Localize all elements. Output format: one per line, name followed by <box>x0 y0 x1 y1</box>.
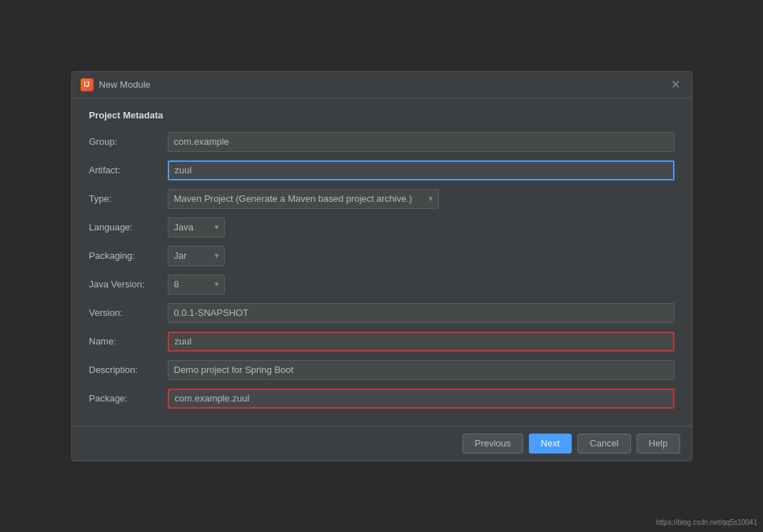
type-row: Type: Maven Project (Generate a Maven ba… <box>89 189 674 209</box>
java-version-label: Java Version: <box>89 279 168 290</box>
new-module-dialog: IJ New Module ✕ Project Metadata Group: … <box>71 71 692 461</box>
java-version-control: 8 11 17 ▼ <box>168 275 674 295</box>
packaging-select-wrapper: Jar War ▼ <box>168 246 225 266</box>
java-version-select[interactable]: 8 11 17 <box>168 275 225 295</box>
language-select-wrapper: Java Kotlin Groovy ▼ <box>168 218 225 237</box>
next-button[interactable]: Next <box>529 434 572 454</box>
help-button[interactable]: Help <box>637 434 680 454</box>
cancel-button[interactable]: Cancel <box>577 434 630 454</box>
description-input[interactable] <box>168 360 674 380</box>
description-label: Description: <box>89 364 168 375</box>
previous-button[interactable]: Previous <box>463 434 523 454</box>
name-input[interactable] <box>168 332 674 352</box>
group-control <box>168 132 674 152</box>
description-row: Description: <box>89 360 674 380</box>
title-bar: IJ New Module ✕ <box>72 72 692 98</box>
packaging-select[interactable]: Jar War <box>168 246 225 266</box>
package-label: Package: <box>89 393 168 404</box>
type-control: Maven Project (Generate a Maven based pr… <box>168 189 674 209</box>
description-control <box>168 360 674 380</box>
artifact-input[interactable] <box>168 160 674 180</box>
package-input[interactable] <box>168 389 674 409</box>
name-label: Name: <box>89 336 168 347</box>
version-input[interactable] <box>168 303 674 323</box>
package-row: Package: <box>89 389 674 409</box>
dialog-body: Project Metadata Group: Artifact: Type: … <box>72 98 692 426</box>
type-label: Type: <box>89 193 168 204</box>
artifact-row: Artifact: <box>89 160 674 180</box>
language-label: Language: <box>89 222 168 232</box>
group-row: Group: <box>89 132 674 152</box>
type-select-wrapper: Maven Project (Generate a Maven based pr… <box>168 189 439 209</box>
packaging-label: Packaging: <box>89 250 168 261</box>
dialog-footer: Previous Next Cancel Help <box>72 426 692 461</box>
language-select[interactable]: Java Kotlin Groovy <box>168 218 225 237</box>
artifact-control <box>168 160 674 180</box>
packaging-row: Packaging: Jar War ▼ <box>89 246 674 266</box>
packaging-control: Jar War ▼ <box>168 246 674 266</box>
group-label: Group: <box>89 136 168 147</box>
version-row: Version: <box>89 303 674 323</box>
dialog-title: New Module <box>99 79 151 90</box>
version-control <box>168 303 674 323</box>
artifact-label: Artifact: <box>89 165 168 175</box>
version-label: Version: <box>89 307 168 318</box>
group-input[interactable] <box>168 132 674 152</box>
app-icon: IJ <box>81 78 94 91</box>
java-version-select-wrapper: 8 11 17 ▼ <box>168 275 225 295</box>
title-bar-left: IJ New Module <box>81 78 151 91</box>
section-title: Project Metadata <box>89 110 674 121</box>
watermark: https://blog.csdn.net/qq5s10041 <box>656 518 757 526</box>
language-control: Java Kotlin Groovy ▼ <box>168 218 674 237</box>
close-button[interactable]: ✕ <box>668 78 683 92</box>
name-control <box>168 332 674 352</box>
language-row: Language: Java Kotlin Groovy ▼ <box>89 218 674 237</box>
type-select[interactable]: Maven Project (Generate a Maven based pr… <box>168 189 439 209</box>
package-control <box>168 389 674 409</box>
java-version-row: Java Version: 8 11 17 ▼ <box>89 275 674 295</box>
name-row: Name: <box>89 332 674 352</box>
